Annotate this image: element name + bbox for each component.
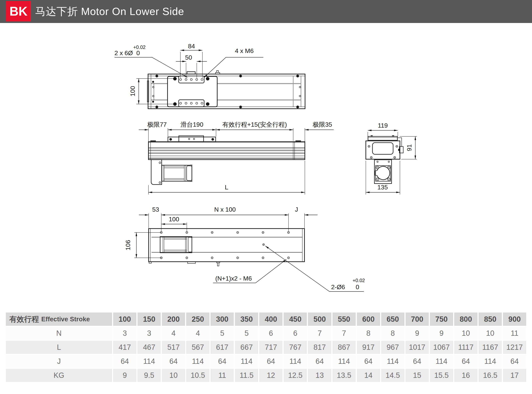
- table-cell: 6: [284, 327, 307, 340]
- top-view: 84 50 2 x 6Ø 0 +0.02 4 x M6 100: [114, 43, 305, 109]
- table-row-label: N: [6, 327, 112, 340]
- table-header-cell: 200: [162, 312, 185, 326]
- table-cell: 5: [235, 327, 258, 340]
- table-cell: 917: [357, 341, 380, 354]
- limit-left-label: 极限77: [147, 121, 167, 128]
- table-header-cell: 750: [430, 312, 453, 326]
- table-cell: 1117: [454, 341, 477, 354]
- table-header-cell: 550: [332, 312, 356, 326]
- table-cell: 1067: [430, 341, 453, 354]
- dim-100-label: 100: [129, 86, 136, 96]
- table-cell: 13.5: [332, 369, 356, 382]
- table-cell: 114: [381, 355, 404, 368]
- dim-53-label: 53: [152, 206, 159, 213]
- table-header-cell: 700: [406, 312, 429, 326]
- dim-50-label: 50: [185, 54, 192, 61]
- table-cell: 9.5: [138, 369, 161, 382]
- table-row-label: L: [6, 341, 112, 354]
- table-cell: 1017: [406, 341, 429, 354]
- table-header-cell: 800: [454, 312, 477, 326]
- limit-right-label: 极限35: [312, 121, 332, 128]
- m6-callout-label: 4 x M6: [235, 47, 254, 54]
- table-cell: 64: [162, 355, 185, 368]
- table-header-cell: 150: [138, 312, 161, 326]
- table-cell: 3: [138, 327, 161, 340]
- stroke-label: 有效行程+15(安全行程): [222, 121, 287, 128]
- table-header-cell: 350: [235, 312, 258, 326]
- table-cell: 64: [503, 355, 526, 368]
- table-cell: 867: [332, 341, 356, 354]
- table-cell: 4: [186, 327, 209, 340]
- dim-106-label: 106: [124, 240, 131, 250]
- table-cell: 9: [113, 369, 136, 382]
- hole-centers: [161, 232, 289, 258]
- table-cell: 14.5: [381, 369, 404, 382]
- table-cell: 567: [186, 341, 209, 354]
- table-cell: 64: [308, 355, 331, 368]
- engineering-drawing: 84 50 2 x 6Ø 0 +0.02 4 x M6 100 极限77 滑台1…: [0, 23, 532, 312]
- table-cell: 114: [235, 355, 258, 368]
- table-cell: 64: [211, 355, 234, 368]
- dowel-count-tol-zero: 0: [356, 284, 359, 290]
- title-bar: BK 马达下折 Motor On Lower Side: [0, 0, 532, 23]
- slider-label: 滑台190: [180, 121, 203, 128]
- dim-100-bottom-label: 100: [169, 216, 179, 223]
- stroke-table: 有效行程Effective Stroke10015020025030035040…: [6, 312, 526, 382]
- table-cell: 64: [357, 355, 380, 368]
- table-cell: 9: [430, 327, 453, 340]
- table-cell: 7: [332, 327, 356, 340]
- series-badge: BK: [6, 1, 31, 21]
- table-cell: 64: [259, 355, 283, 368]
- table-header-cell: 400: [259, 312, 283, 326]
- table-cell: 8: [357, 327, 380, 340]
- table-header-cell: 450: [284, 312, 307, 326]
- table-header-cell: 900: [503, 312, 526, 326]
- table-header-cell: 250: [186, 312, 209, 326]
- table-cell: 9: [406, 327, 429, 340]
- table-cell: 417: [113, 341, 136, 354]
- table-cell: 8: [381, 327, 404, 340]
- table-cell: 10.5: [186, 369, 209, 382]
- table-header-cell: 500: [308, 312, 331, 326]
- table-header-cell: 650: [381, 312, 404, 326]
- table-cell: 667: [235, 341, 258, 354]
- dowel-count-label: 2-Ø6: [331, 284, 345, 290]
- table-cell: 10: [454, 327, 477, 340]
- table-cell: 967: [381, 341, 404, 354]
- dowel-count-tol-plus: +0.02: [353, 278, 365, 283]
- table-header-cell: 300: [211, 312, 234, 326]
- table-cell: 15.5: [430, 369, 453, 382]
- table-cell: 114: [284, 355, 307, 368]
- m6-count-label: (N+1)x2 - M6: [215, 275, 252, 282]
- table-header-label: 有效行程Effective Stroke: [6, 312, 112, 326]
- dim-91-label: 91: [406, 144, 413, 151]
- table-cell: 114: [138, 355, 161, 368]
- table-cell: 817: [308, 341, 331, 354]
- table-cell: 617: [211, 341, 234, 354]
- table-cell: 12: [259, 369, 283, 382]
- table-cell: 17: [503, 369, 526, 382]
- table-header-cell: 850: [479, 312, 502, 326]
- table-cell: 11: [503, 327, 526, 340]
- table-cell: 517: [162, 341, 185, 354]
- table-cell: 1167: [479, 341, 502, 354]
- table-row-label: KG: [6, 369, 112, 382]
- table-cell: 114: [479, 355, 502, 368]
- mounting-holes: [160, 232, 289, 259]
- dim-119-label: 119: [378, 122, 388, 129]
- table-cell: 3: [113, 327, 136, 340]
- table-cell: 11: [211, 369, 234, 382]
- table-cell: 16: [454, 369, 477, 382]
- table-cell: 114: [186, 355, 209, 368]
- table-cell: 717: [259, 341, 283, 354]
- table-cell: 16.5: [479, 369, 502, 382]
- table-cell: 1217: [503, 341, 526, 354]
- table-cell: 14: [357, 369, 380, 382]
- end-view: 119 91: [366, 122, 417, 194]
- table-cell: 15: [406, 369, 429, 382]
- table-cell: 13: [308, 369, 331, 382]
- table-cell: 64: [454, 355, 477, 368]
- table-cell: 10: [479, 327, 502, 340]
- dim-135-label: 135: [377, 184, 388, 191]
- table-cell: 467: [138, 341, 161, 354]
